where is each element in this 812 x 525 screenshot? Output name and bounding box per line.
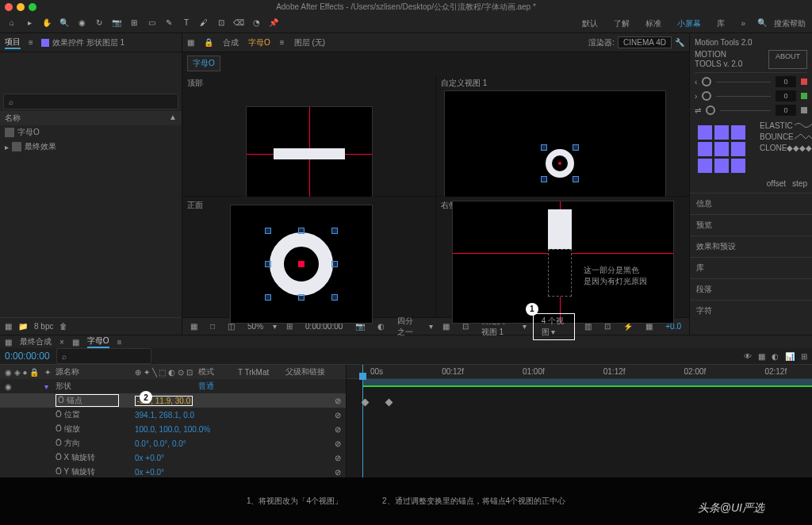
settings-icon[interactable]: 🔧 xyxy=(675,38,684,47)
source-column[interactable]: 源名称 xyxy=(56,366,135,377)
lock-icon[interactable]: 🔒 xyxy=(204,38,213,47)
pen-tool-icon[interactable]: ✎ xyxy=(163,18,174,29)
home-icon[interactable]: ⌂ xyxy=(6,18,17,29)
orbit-tool-icon[interactable]: ◉ xyxy=(76,18,87,29)
workspace-learn[interactable]: 了解 xyxy=(609,17,634,31)
chevron-down-icon[interactable]: ▾ xyxy=(273,322,277,331)
panel-menu-icon[interactable]: ≡ xyxy=(29,38,33,47)
preview-panel[interactable]: 预览 xyxy=(690,214,812,236)
roto-tool-icon[interactable]: ◔ xyxy=(251,18,262,29)
stamp-tool-icon[interactable]: ⊡ xyxy=(216,18,227,29)
viewport-custom1[interactable]: 自定义视图 1 xyxy=(436,75,689,196)
about-button[interactable]: ABOUT xyxy=(768,50,807,69)
anchor-grid[interactable] xyxy=(698,125,745,173)
viewport-right[interactable]: 右侧 这一部分是黑色 是因为有灯光原因 xyxy=(436,197,689,318)
project-search-input[interactable]: ⌕ xyxy=(3,94,178,109)
renderer-dropdown[interactable]: CINEMA 4D xyxy=(618,36,672,48)
workspace-standard[interactable]: 标准 xyxy=(641,17,666,31)
graph-icon[interactable]: 📊 xyxy=(785,352,795,361)
alpha-icon[interactable]: ▦ xyxy=(187,321,201,331)
shape-tool-icon[interactable]: ▭ xyxy=(146,18,157,29)
close-icon[interactable] xyxy=(5,3,13,11)
viewport-front[interactable]: 正面 xyxy=(182,197,435,318)
panel-menu-icon[interactable]: ≡ xyxy=(117,338,122,347)
panel-grip-icon[interactable]: ▦ xyxy=(187,38,194,47)
callout-1: 1 xyxy=(526,303,538,316)
project-tab[interactable]: 项目 xyxy=(5,36,21,49)
camera-tool-icon[interactable]: 📷 xyxy=(111,18,122,29)
zoom-tool-icon[interactable]: 🔍 xyxy=(59,18,70,29)
time-ruler[interactable]: 00s00:12f01:00f01:12f02:00f02:12f03:00f0… xyxy=(347,365,812,379)
transform-property-row[interactable]: Ö 锚点-5.9, 11.9, 30.0⊘2 xyxy=(0,393,346,408)
timeline-tab-letter[interactable]: 字母O xyxy=(87,335,109,348)
puppet-tool-icon[interactable]: 📌 xyxy=(268,18,279,29)
work-area-bar[interactable] xyxy=(362,379,812,385)
selection-tool-icon[interactable]: ▸ xyxy=(24,18,35,29)
hand-tool-icon[interactable]: ✋ xyxy=(41,18,52,29)
workspace-lib[interactable]: 库 xyxy=(712,17,730,31)
quality-dropdown[interactable]: 四分之一 xyxy=(394,315,422,339)
shy-icon[interactable]: 👁 xyxy=(744,352,752,361)
search-icon[interactable]: 🔍 xyxy=(756,18,768,29)
parent-column[interactable]: 父级和链接 xyxy=(285,366,341,377)
effect-controls-tab[interactable]: 效果控件 形状图层 1 xyxy=(41,37,124,48)
panel-grip-icon[interactable]: ▦ xyxy=(72,338,79,347)
workspace-more-icon[interactable]: » xyxy=(736,17,750,29)
eraser-tool-icon[interactable]: ⌫ xyxy=(233,18,244,29)
minimize-icon[interactable] xyxy=(17,3,25,11)
timeline-search[interactable]: ⌕ xyxy=(56,348,151,364)
transform-property-row[interactable]: Ö X 轴旋转0x +0.0°⊘ xyxy=(0,450,346,465)
trkmat-column[interactable]: T TrkMat xyxy=(238,368,285,377)
av-column[interactable]: ◉ ◈ ● 🔒 xyxy=(5,368,44,377)
name-column[interactable]: 名称 xyxy=(5,113,21,124)
chevron-down-icon[interactable]: ▾ xyxy=(429,322,433,331)
brush-tool-icon[interactable]: 🖌 xyxy=(198,18,209,29)
search-help-label[interactable]: 搜索帮助 xyxy=(774,18,806,29)
channels-icon[interactable]: □ xyxy=(207,321,218,331)
comp-tab-active[interactable]: 字母O xyxy=(248,37,270,48)
mode-column[interactable]: 模式 xyxy=(198,366,238,377)
project-item-folder[interactable]: ▸ 最终效果 xyxy=(0,140,182,154)
panel-grip-icon[interactable]: ▦ xyxy=(5,338,12,347)
motion-blur-icon[interactable]: ◐ xyxy=(772,352,779,361)
slider-in[interactable]: ‹0 xyxy=(695,76,807,87)
transform-property-row[interactable]: Ö 方向0.0°, 0.0°, 0.0°⊘ xyxy=(0,436,346,450)
channel-icon[interactable]: ◐ xyxy=(374,321,388,331)
rotate-tool-icon[interactable]: ↻ xyxy=(94,18,105,29)
trash-icon[interactable]: 🗑 xyxy=(59,322,67,331)
layer-switches-icon[interactable]: ⊞ xyxy=(801,352,807,361)
slider-both[interactable]: ⇌0 xyxy=(695,105,807,116)
flowchart-tab[interactable]: 字母O xyxy=(187,56,220,71)
library-panel[interactable]: 库 xyxy=(690,257,812,278)
layer-row[interactable]: ◉▾ 形状 普通 xyxy=(0,379,346,393)
timecode-display[interactable]: 0:00:00:00 xyxy=(5,351,50,362)
viewport-top[interactable]: 顶部 xyxy=(182,75,435,196)
frame-blend-icon[interactable]: ▦ xyxy=(758,352,765,361)
new-folder-icon[interactable]: 📁 xyxy=(18,322,28,331)
slider-out[interactable]: ›0 xyxy=(695,90,807,102)
new-comp-icon[interactable]: ▦ xyxy=(5,322,12,331)
grid-icon[interactable]: ▦ xyxy=(439,321,453,331)
transform-property-row[interactable]: Ö 缩放100.0, 100.0, 100.0%⊘ xyxy=(0,422,346,436)
bpc-label[interactable]: 8 bpc xyxy=(34,322,53,331)
panel-menu-icon[interactable]: ≡ xyxy=(280,38,285,47)
character-panel[interactable]: 字符 xyxy=(690,300,812,321)
maximize-icon[interactable] xyxy=(29,3,36,11)
project-item-comp[interactable]: 字母O xyxy=(0,125,182,140)
watermark: 头条@UI严选 xyxy=(698,501,764,515)
text-tool-icon[interactable]: T xyxy=(181,18,192,29)
workspace-small[interactable]: 小屏幕 xyxy=(672,17,706,31)
close-tab-icon[interactable]: × xyxy=(59,338,64,347)
info-panel[interactable]: 信息 xyxy=(690,193,812,214)
transform-property-row[interactable]: Ö 位置394.1, 268.1, 0.0⊘ xyxy=(0,408,346,422)
type-column-icon[interactable]: ▲ xyxy=(169,113,177,124)
keyframe-icon[interactable] xyxy=(385,399,393,407)
panbehind-tool-icon[interactable]: ⊞ xyxy=(128,18,140,29)
four-view-dropdown[interactable]: 4 个视图 ▾ 1 xyxy=(533,313,576,340)
paragraph-panel[interactable]: 段落 xyxy=(690,278,812,300)
workspace-default[interactable]: 默认 xyxy=(577,17,603,31)
chevron-down-icon[interactable]: ▾ xyxy=(523,322,527,331)
layer-tab[interactable]: 图层 (无) xyxy=(294,37,325,48)
effects-presets-panel[interactable]: 效果和预设 xyxy=(690,236,812,257)
timeline-tab-final[interactable]: 最终合成 xyxy=(20,336,52,347)
